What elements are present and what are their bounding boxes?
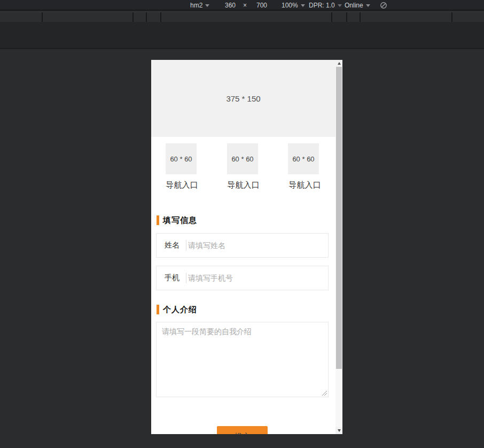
device-width-field[interactable]: 360	[225, 0, 236, 11]
tab-segment[interactable]	[134, 12, 146, 22]
devtools-empty-band	[0, 22, 484, 49]
chevron-down-icon	[205, 4, 209, 7]
zoom-label: 100%	[282, 2, 298, 9]
tab-segment[interactable]	[347, 12, 360, 22]
tab-strip	[0, 12, 484, 22]
name-input[interactable]	[188, 235, 328, 256]
network-label: Online	[345, 2, 363, 9]
tab-segment[interactable]	[332, 12, 346, 22]
name-field-row: 姓名	[156, 233, 329, 258]
dpr-label: DPR: 1.0	[309, 2, 335, 9]
section-accent-bar	[157, 215, 159, 225]
device-type-selector[interactable]: hm2	[190, 0, 209, 11]
nav-entry-label[interactable]: 导航入口	[151, 180, 213, 190]
intro-section-title: 个人介绍	[163, 305, 197, 315]
nav-image-placeholder[interactable]: 60 * 60	[166, 143, 197, 174]
intro-textarea[interactable]	[156, 322, 329, 397]
nav-image-placeholder[interactable]: 60 * 60	[227, 143, 258, 174]
arrow-up-icon	[338, 62, 341, 65]
form-section-title: 填写信息	[163, 215, 197, 226]
phone-field-label: 手机	[165, 273, 181, 283]
device-viewport: 375 * 150 60 * 60 60 * 60 60 * 60 导航入口 导…	[151, 60, 342, 434]
field-divider	[186, 273, 186, 283]
tab-segment[interactable]	[452, 12, 484, 22]
section-accent-bar	[157, 305, 159, 314]
zoom-selector[interactable]: 100%	[282, 0, 305, 11]
name-field-label: 姓名	[165, 241, 181, 250]
submit-button[interactable]: 提交	[217, 426, 268, 434]
form-section-header: 填写信息	[157, 215, 197, 225]
tab-segment[interactable]	[161, 12, 331, 22]
chevron-down-icon	[301, 4, 305, 7]
dpr-selector[interactable]: DPR: 1.0	[309, 0, 342, 11]
chevron-down-icon	[338, 4, 342, 7]
field-divider	[186, 240, 186, 251]
chevron-down-icon	[366, 4, 370, 7]
device-height-field[interactable]: 700	[256, 0, 267, 11]
dimension-separator: ×	[243, 0, 247, 11]
nav-image-placeholder[interactable]: 60 * 60	[288, 143, 319, 174]
device-toolbar: hm2 360 × 700 100% DPR: 1.0 Online	[0, 0, 484, 11]
nav-entry-label[interactable]: 导航入口	[213, 180, 274, 190]
phone-field-row: 手机	[156, 266, 329, 290]
intro-section-header: 个人介绍	[157, 305, 197, 314]
tab-segment[interactable]	[147, 12, 160, 22]
tab-segment[interactable]	[0, 12, 42, 22]
phone-input[interactable]	[188, 267, 328, 289]
device-type-label: hm2	[190, 2, 202, 9]
scrollbar-down-arrow[interactable]	[335, 427, 342, 434]
no-throttling-icon[interactable]	[380, 2, 387, 9]
network-throttle-selector[interactable]: Online	[345, 0, 370, 11]
arrow-down-icon	[338, 429, 341, 432]
page-scrollbar[interactable]	[335, 60, 342, 434]
scrollbar-thumb[interactable]	[336, 67, 342, 369]
tab-segment[interactable]	[43, 12, 132, 22]
nav-entry-label[interactable]: 导航入口	[274, 180, 335, 190]
scrollbar-up-arrow[interactable]	[335, 60, 342, 67]
banner-image-placeholder: 375 * 150	[151, 60, 335, 137]
tab-segment[interactable]	[361, 12, 451, 22]
